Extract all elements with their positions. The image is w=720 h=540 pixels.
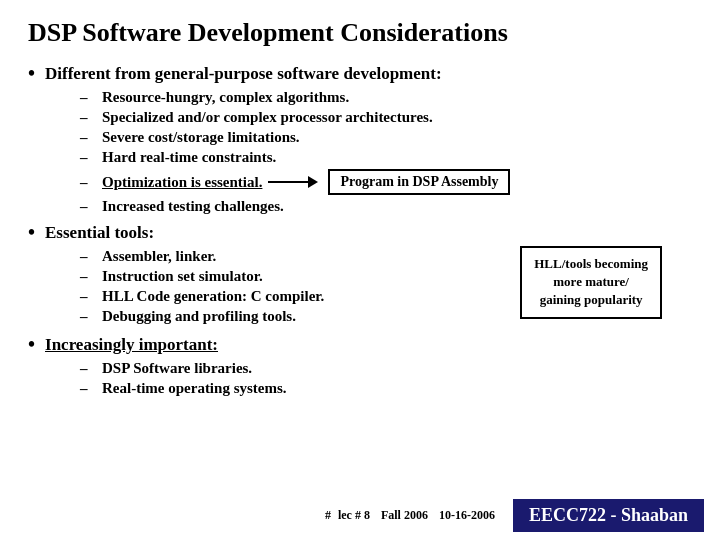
- dash-icon: –: [80, 89, 98, 106]
- bullet3-label: Increasingly important:: [45, 335, 218, 355]
- list-item: – Assembler, linker.: [80, 248, 420, 265]
- bullet3-dot: •: [28, 333, 35, 356]
- item-text: Assembler, linker.: [102, 248, 216, 265]
- item-text: Specialized and/or complex processor arc…: [102, 109, 433, 126]
- bullet3-section: • Increasingly important: – DSP Software…: [28, 333, 692, 397]
- footer-badge: EECC722 - Shaaban: [513, 499, 704, 532]
- hll-box: HLL/tools becoming more mature/ gaining …: [520, 246, 662, 319]
- dash-icon: –: [80, 129, 98, 146]
- dash-icon: –: [80, 288, 98, 305]
- dash-icon: –: [80, 248, 98, 265]
- list-item: – Real-time operating systems.: [80, 380, 692, 397]
- bullet2-header: • Essential tools:: [28, 221, 692, 244]
- footer-info: # lec # 8 Fall 2006 10-16-2006: [325, 508, 495, 523]
- slide-title: DSP Software Development Considerations: [28, 18, 692, 48]
- list-item: – Severe cost/storage limitations.: [80, 129, 692, 146]
- dash-icon: –: [80, 149, 98, 166]
- bullet1-header: • Different from general-purpose softwar…: [28, 62, 692, 85]
- bullet2-label: Essential tools:: [45, 223, 154, 243]
- hll-line1: HLL/tools becoming: [534, 256, 648, 271]
- item-text: Debugging and profiling tools.: [102, 308, 296, 325]
- item-text: Increased testing challenges.: [102, 198, 284, 215]
- dash-icon: –: [80, 174, 98, 191]
- dash-icon: –: [80, 308, 98, 325]
- slide: DSP Software Development Considerations …: [0, 0, 720, 540]
- bullet1-sublist: – Resource-hungry, complex algorithms. –…: [80, 89, 692, 215]
- arrow-line: [268, 181, 308, 183]
- footer: # lec # 8 Fall 2006 10-16-2006 EECC722 -…: [325, 499, 704, 532]
- bullet1-dot: •: [28, 62, 35, 85]
- list-item: – Increased testing challenges.: [80, 198, 692, 215]
- list-item: – HLL Code generation: C compiler.: [80, 288, 420, 305]
- item-text: Hard real-time constraints.: [102, 149, 276, 166]
- optimization-text: Optimization is essential.: [102, 174, 262, 191]
- list-item: – Debugging and profiling tools.: [80, 308, 420, 325]
- item-text: DSP Software libraries.: [102, 360, 252, 377]
- callout-box: Program in DSP Assembly: [328, 169, 510, 195]
- bullet3-header: • Increasingly important:: [28, 333, 692, 356]
- list-item: – Specialized and/or complex processor a…: [80, 109, 692, 126]
- bullet2-section: • Essential tools: HLL/tools becoming mo…: [28, 221, 692, 331]
- list-item: – DSP Software libraries.: [80, 360, 692, 377]
- item-text: HLL Code generation: C compiler.: [102, 288, 324, 305]
- dash-icon: –: [80, 380, 98, 397]
- bullet3-sublist: – DSP Software libraries. – Real-time op…: [80, 360, 692, 397]
- footer-lec: lec # 8: [338, 508, 370, 522]
- hll-line2: more mature/: [553, 274, 629, 289]
- dash-icon: –: [80, 360, 98, 377]
- hll-line3: gaining popularity: [540, 292, 643, 307]
- bullet2-sublist: – Assembler, linker. – Instruction set s…: [80, 248, 420, 325]
- footer-date: 10-16-2006: [439, 508, 495, 522]
- dash-icon: –: [80, 268, 98, 285]
- bullet1-label: Different from general-purpose software …: [45, 64, 442, 84]
- arrow-callout: [268, 176, 318, 188]
- item-text: Real-time operating systems.: [102, 380, 287, 397]
- footer-hash: #: [325, 508, 331, 522]
- arrow-head-icon: [308, 176, 318, 188]
- list-item: – Hard real-time constraints.: [80, 149, 692, 166]
- bullet2-dot: •: [28, 221, 35, 244]
- item-text: Severe cost/storage limitations.: [102, 129, 300, 146]
- dash-icon: –: [80, 198, 98, 215]
- item-text: Resource-hungry, complex algorithms.: [102, 89, 349, 106]
- footer-term: Fall 2006: [381, 508, 428, 522]
- list-item: – Resource-hungry, complex algorithms.: [80, 89, 692, 106]
- item-text: Instruction set simulator.: [102, 268, 263, 285]
- list-item: – Instruction set simulator.: [80, 268, 420, 285]
- list-item-optimization: – Optimization is essential. Program in …: [80, 169, 692, 195]
- dash-icon: –: [80, 109, 98, 126]
